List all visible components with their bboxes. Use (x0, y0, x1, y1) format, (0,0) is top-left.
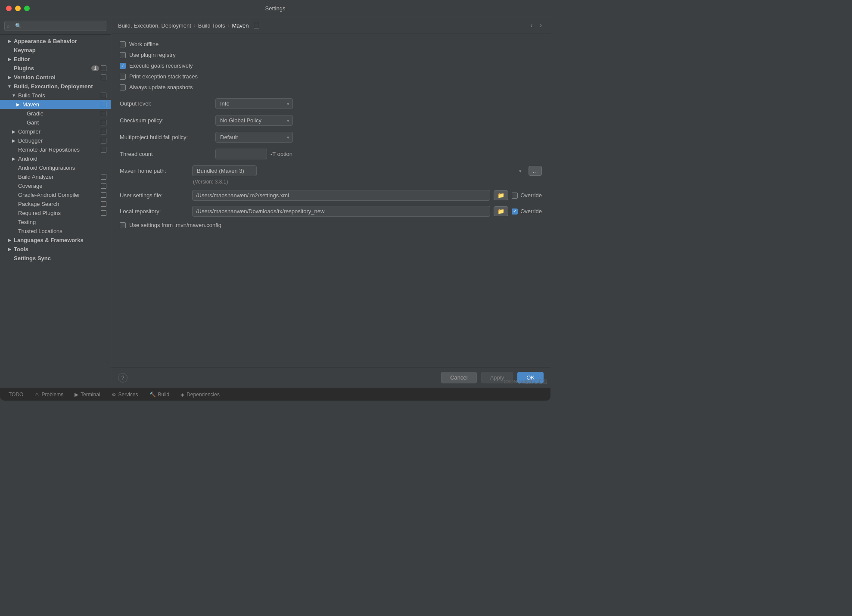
user-settings-browse-button[interactable]: 📁 (494, 190, 508, 200)
sidebar-item-remote-jar[interactable]: Remote Jar Repositories (0, 145, 111, 154)
tab-terminal[interactable]: ▶ Terminal (69, 388, 105, 401)
maximize-button[interactable] (24, 6, 30, 11)
close-button[interactable] (6, 6, 12, 11)
user-settings-override-checkbox[interactable] (512, 193, 518, 199)
sidebar-item-tools[interactable]: ▶ Tools (0, 245, 111, 254)
sidebar-item-build-tools[interactable]: ▼ Build Tools (0, 91, 111, 100)
search-input[interactable] (4, 21, 106, 31)
sidebar-item-label: Gant (27, 119, 99, 126)
sidebar-item-label: Testing (18, 219, 106, 225)
header-nav: ‹ › (529, 21, 544, 30)
sidebar-item-trusted-locations[interactable]: Trusted Locations (0, 227, 111, 236)
tab-services[interactable]: ⚙ Services (106, 388, 143, 401)
maven-home-browse-button[interactable]: … (529, 166, 542, 176)
checksum-policy-select[interactable]: No Global Policy Warn Fail (215, 115, 293, 126)
dependencies-icon: ◈ (180, 392, 184, 398)
tab-todo[interactable]: TODO (3, 388, 28, 401)
config-icon (101, 138, 106, 143)
output-level-select[interactable]: Info Debug Quiet (215, 98, 293, 109)
use-mvn-settings-checkbox[interactable] (120, 222, 126, 228)
local-repo-browse-button[interactable]: 📁 (494, 206, 508, 216)
sidebar-item-gradle-android[interactable]: Gradle-Android Compiler (0, 190, 111, 199)
sidebar-item-gant[interactable]: Gant (0, 118, 111, 127)
sidebar-item-label: Languages & Frameworks (14, 237, 106, 243)
sidebar-item-gradle[interactable]: Gradle (0, 109, 111, 118)
thread-count-input[interactable] (215, 149, 267, 159)
sidebar-item-build-analyzer[interactable]: Build Analyzer (0, 172, 111, 181)
chevron-icon: ▶ (11, 129, 16, 134)
sidebar-item-testing[interactable]: Testing (0, 218, 111, 227)
right-panel: Build, Execution, Deployment › Build Too… (111, 17, 550, 388)
config-icon (101, 201, 106, 207)
services-icon: ⚙ (112, 392, 116, 398)
use-plugin-registry-checkbox[interactable] (120, 52, 126, 58)
sidebar-item-keymap[interactable]: Keymap (0, 46, 111, 55)
sidebar-item-version-control[interactable]: ▶ Version Control (0, 73, 111, 82)
sidebar-item-label: Android (18, 156, 106, 162)
sidebar-item-languages-frameworks[interactable]: ▶ Languages & Frameworks (0, 236, 111, 245)
breadcrumb-maven: Maven (232, 22, 249, 29)
breadcrumb-sep1: › (194, 22, 196, 28)
always-update-checkbox[interactable] (120, 84, 126, 90)
output-level-wrapper: Info Debug Quiet (215, 98, 293, 109)
maven-home-select[interactable]: Bundled (Maven 3) Custom (192, 165, 257, 176)
user-settings-override-label: Override (520, 192, 542, 199)
sidebar-item-label: Maven (22, 101, 99, 108)
sidebar-item-label: Android Configurations (18, 165, 106, 171)
sidebar-item-label: Build Analyzer (18, 174, 99, 180)
config-icon (101, 93, 106, 98)
sidebar-item-editor[interactable]: ▶ Editor (0, 55, 111, 64)
sidebar-item-debugger[interactable]: ▶ Debugger (0, 136, 111, 145)
sidebar-item-compiler[interactable]: ▶ Compiler (0, 127, 111, 136)
search-icon: ⌕ (7, 23, 10, 28)
sidebar-item-label: Gradle (27, 110, 99, 117)
tab-build[interactable]: 🔨 Build (144, 388, 175, 401)
local-repo-input[interactable] (192, 206, 490, 217)
nav-forward-button[interactable]: › (538, 21, 544, 30)
sidebar-item-label: Tools (14, 246, 106, 252)
sidebar-item-coverage[interactable]: Coverage (0, 181, 111, 190)
chevron-icon: ▼ (11, 93, 16, 98)
sidebar-item-android[interactable]: ▶ Android (0, 154, 111, 163)
sidebar-item-settings-sync[interactable]: Settings Sync (0, 254, 111, 263)
sidebar-item-label: Version Control (14, 74, 99, 81)
titlebar-buttons (6, 6, 30, 11)
help-button[interactable]: ? (118, 373, 127, 383)
print-exception-checkbox[interactable] (120, 74, 126, 80)
user-settings-override-wrap: Override (512, 192, 542, 199)
tab-problems[interactable]: ⚠ Problems (29, 388, 68, 401)
sidebar-item-maven[interactable]: ▶ Maven (0, 100, 111, 109)
sidebar-item-label: Plugins (14, 65, 90, 72)
work-offline-checkbox[interactable] (120, 41, 126, 47)
config-icon (101, 174, 106, 180)
search-box: ⌕ (0, 17, 111, 35)
user-settings-input[interactable] (192, 190, 490, 201)
nav-back-button[interactable]: ‹ (529, 21, 534, 30)
checkmark-icon: ✓ (513, 209, 516, 214)
tab-dependencies[interactable]: ◈ Dependencies (175, 388, 225, 401)
multiproject-policy-select[interactable]: Default Fail At End Fail Never Fail Fast (215, 132, 293, 143)
sidebar-item-appearance[interactable]: ▶ Appearance & Behavior (0, 37, 111, 46)
sidebar-item-plugins[interactable]: Plugins 1 (0, 64, 111, 73)
sidebar-item-label: Appearance & Behavior (14, 38, 106, 44)
titlebar: Settings (0, 0, 550, 17)
always-update-label: Always update snapshots (129, 84, 193, 90)
sidebar-item-package-search[interactable]: Package Search (0, 199, 111, 208)
sidebar-item-label: Debugger (18, 137, 99, 144)
settings-window: Settings ⌕ ▶ Appearance & Behavior (0, 0, 550, 401)
minimize-button[interactable] (15, 6, 21, 11)
local-repo-override-checkbox[interactable]: ✓ (512, 208, 518, 215)
print-exception-row: Print exception stack traces (120, 73, 542, 80)
execute-goals-checkbox[interactable]: ✓ (120, 63, 126, 69)
sidebar-item-android-configs[interactable]: Android Configurations (0, 163, 111, 172)
sidebar-item-label: Coverage (18, 183, 99, 189)
config-icon (101, 111, 106, 116)
sidebar-item-required-plugins[interactable]: Required Plugins (0, 208, 111, 218)
t-option-label: -T option (271, 151, 292, 157)
multiproject-policy-label: Multiproject build fail policy: (120, 134, 210, 140)
config-icon (101, 102, 106, 107)
sidebar-item-build-exec-deploy[interactable]: ▼ Build, Execution, Deployment (0, 82, 111, 91)
maven-home-wrapper: Bundled (Maven 3) Custom (192, 165, 525, 176)
cancel-button[interactable]: Cancel (441, 372, 476, 383)
checksum-policy-row: Checksum policy: No Global Policy Warn F… (120, 115, 542, 126)
